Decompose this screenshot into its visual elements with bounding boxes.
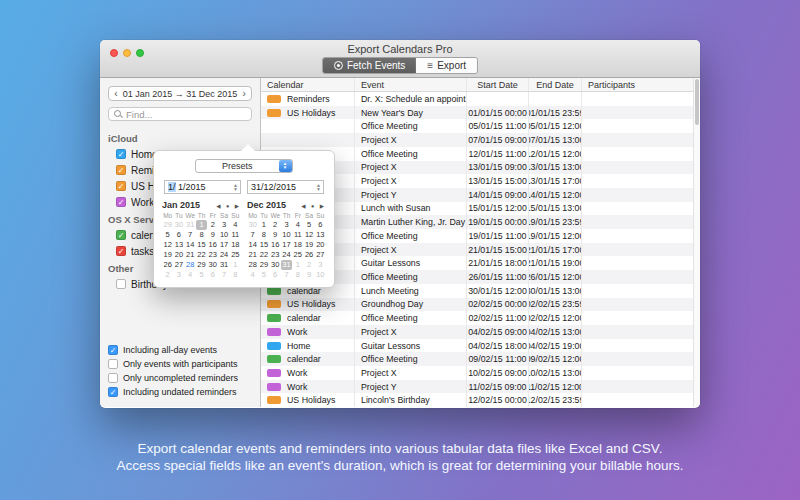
table-row[interactable]: US Holidays New Year's Day 01/01/15 00:0…	[261, 106, 693, 120]
mini-calendar-nav[interactable]: ◀ ● ▶	[301, 203, 326, 209]
day-cell[interactable]: 8	[292, 270, 303, 280]
day-cell[interactable]: 17	[218, 240, 229, 250]
day-cell[interactable]: 1	[196, 220, 207, 230]
day-cell[interactable]: 1	[230, 260, 241, 270]
day-cell[interactable]: 4	[185, 270, 196, 280]
day-cell[interactable]: 29	[196, 260, 207, 270]
table-row[interactable]: Project X 07/01/15 09:00 07/01/15 13:00	[261, 133, 693, 147]
date-range-prev-button[interactable]: ‹	[109, 87, 123, 100]
stepper-icon[interactable]: ▲▼	[231, 183, 240, 192]
day-cell[interactable]: 26	[162, 260, 173, 270]
day-cell[interactable]: 29	[258, 260, 269, 270]
day-cell[interactable]: 31	[218, 260, 229, 270]
day-cell[interactable]: 30	[270, 260, 281, 270]
day-cell[interactable]: 8	[196, 230, 207, 240]
day-cell[interactable]: 30	[207, 260, 218, 270]
search-field[interactable]: Find...	[108, 107, 252, 121]
day-cell[interactable]: 28	[185, 260, 196, 270]
day-cell[interactable]: 30	[247, 220, 258, 230]
day-cell[interactable]: 5	[258, 270, 269, 280]
day-cell[interactable]: 7	[247, 230, 258, 240]
day-cell[interactable]: 6	[315, 220, 326, 230]
day-cell[interactable]: 4	[247, 270, 258, 280]
day-cell[interactable]: 9	[270, 230, 281, 240]
calendar-checkbox[interactable]	[116, 165, 126, 175]
day-cell[interactable]: 20	[315, 240, 326, 250]
table-row[interactable]: Home Guitar Lessons 04/02/15 18:00 04/02…	[261, 339, 693, 353]
day-cell[interactable]: 7	[185, 230, 196, 240]
day-cell[interactable]: 3	[281, 220, 292, 230]
calendar-checkbox[interactable]	[116, 197, 126, 207]
day-cell[interactable]: 3	[173, 270, 184, 280]
day-cell[interactable]: 30	[173, 220, 184, 230]
filter-checkbox[interactable]	[108, 373, 118, 383]
table-row[interactable]: US Holidays Groundhog Day 02/02/15 00:00…	[261, 298, 693, 312]
day-cell[interactable]: 6	[173, 230, 184, 240]
day-cell[interactable]: 6	[270, 270, 281, 280]
column-header-start-date[interactable]: Start Date	[467, 78, 529, 91]
day-cell[interactable]: 31	[185, 220, 196, 230]
day-cell[interactable]: 4	[292, 220, 303, 230]
table-row[interactable]: calendar Office Meeting 09/02/15 11:00 0…	[261, 352, 693, 366]
day-cell[interactable]: 23	[270, 250, 281, 260]
day-cell[interactable]: 1	[292, 260, 303, 270]
table-row[interactable]: Work Project Y 11/02/15 09:00 11/02/15 1…	[261, 380, 693, 394]
day-cell[interactable]: 3	[315, 260, 326, 270]
day-cell[interactable]: 14	[247, 240, 258, 250]
filter-checkbox[interactable]	[108, 359, 118, 369]
calendar-checkbox[interactable]	[116, 149, 126, 159]
day-cell[interactable]: 14	[185, 240, 196, 250]
table-row[interactable]: US Holidays Lincoln's Birthday 12/02/15 …	[261, 393, 693, 407]
day-cell[interactable]: 21	[247, 250, 258, 260]
calendar-checkbox[interactable]	[116, 246, 126, 256]
day-cell[interactable]: 24	[281, 250, 292, 260]
presets-dropdown[interactable]: Presets ▲▼	[195, 159, 293, 173]
column-header-event[interactable]: Event	[355, 78, 467, 91]
day-cell[interactable]: 13	[315, 230, 326, 240]
day-cell[interactable]: 17	[281, 240, 292, 250]
day-cell[interactable]: 12	[303, 230, 314, 240]
day-cell[interactable]: 5	[303, 220, 314, 230]
table-row[interactable]: Reminders Dr. X: Schedule an appointment…	[261, 92, 693, 106]
day-cell[interactable]: 9	[207, 230, 218, 240]
column-header-end-date[interactable]: End Date	[529, 78, 582, 91]
day-cell[interactable]: 26	[303, 250, 314, 260]
day-cell[interactable]: 11	[292, 230, 303, 240]
start-date-input[interactable]: 1/ 1/2015 ▲▼	[164, 180, 241, 194]
day-cell[interactable]: 23	[207, 250, 218, 260]
stepper-icon[interactable]: ▲▼	[314, 183, 323, 192]
day-cell[interactable]: 24	[218, 250, 229, 260]
day-cell[interactable]: 8	[230, 270, 241, 280]
tab-export[interactable]: Export	[416, 58, 477, 73]
day-cell[interactable]: 7	[218, 270, 229, 280]
day-cell[interactable]: 18	[230, 240, 241, 250]
day-cell[interactable]: 28	[247, 260, 258, 270]
day-cell[interactable]: 5	[196, 270, 207, 280]
day-cell[interactable]: 25	[292, 250, 303, 260]
table-row[interactable]: Work Project X 04/02/15 09:00 04/02/15 1…	[261, 325, 693, 339]
day-cell[interactable]: 27	[173, 260, 184, 270]
day-cell[interactable]: 20	[173, 250, 184, 260]
day-cell[interactable]: 6	[207, 270, 218, 280]
day-cell[interactable]: 4	[230, 220, 241, 230]
day-cell[interactable]: 18	[292, 240, 303, 250]
day-cell[interactable]: 8	[258, 230, 269, 240]
day-cell[interactable]: 2	[207, 220, 218, 230]
day-cell[interactable]: 7	[281, 270, 292, 280]
column-header-calendar[interactable]: Calendar	[261, 78, 355, 91]
day-cell[interactable]: 10	[281, 230, 292, 240]
day-cell[interactable]: 29	[162, 220, 173, 230]
day-cell[interactable]: 15	[196, 240, 207, 250]
mini-calendar-nav[interactable]: ◀ ● ▶	[216, 203, 241, 209]
day-cell[interactable]: 31	[281, 260, 292, 270]
day-cell[interactable]: 15	[258, 240, 269, 250]
day-cell[interactable]: 22	[258, 250, 269, 260]
date-range-label[interactable]: 01 Jan 2015 → 31 Dec 2015	[123, 89, 238, 99]
day-cell[interactable]: 10	[218, 230, 229, 240]
day-cell[interactable]: 3	[218, 220, 229, 230]
day-cell[interactable]: 27	[315, 250, 326, 260]
scrollbar-thumb[interactable]	[695, 79, 699, 125]
day-cell[interactable]: 19	[162, 250, 173, 260]
day-cell[interactable]: 12	[162, 240, 173, 250]
day-cell[interactable]: 10	[315, 270, 326, 280]
